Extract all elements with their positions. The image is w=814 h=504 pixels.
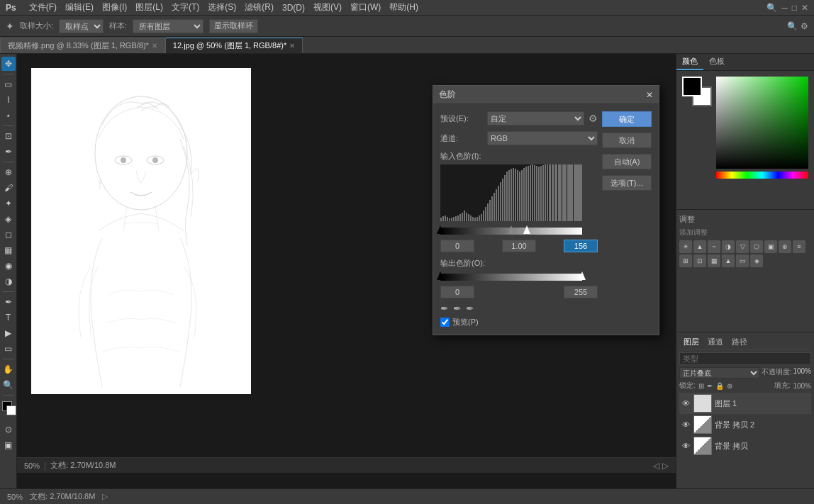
menu-edit[interactable]: 编辑(E): [65, 1, 94, 13]
adj-color-lookup[interactable]: ⊞: [679, 254, 692, 267]
layers-tab[interactable]: 图层: [679, 335, 703, 349]
menu-select[interactable]: 选择(S): [208, 1, 236, 13]
output-handle-black[interactable]: [437, 271, 444, 280]
preview-checkbox[interactable]: [440, 318, 450, 327]
adj-posterize[interactable]: ▦: [708, 254, 720, 267]
blend-mode-select[interactable]: 正片叠底: [679, 367, 760, 379]
input-white-value[interactable]: [564, 240, 598, 252]
adj-curves[interactable]: ~: [708, 240, 720, 253]
channel-select[interactable]: RGB: [487, 131, 598, 145]
menu-layer[interactable]: 图层(L): [135, 1, 163, 13]
tool-text[interactable]: T: [1, 310, 16, 325]
adj-vibrance[interactable]: ▽: [736, 240, 749, 253]
input-slider[interactable]: [440, 225, 582, 237]
tab-1-close[interactable]: ✕: [152, 42, 157, 50]
output-black-value[interactable]: [440, 286, 474, 298]
channels-tab[interactable]: 通道: [703, 335, 727, 349]
input-mid-value[interactable]: [502, 240, 536, 252]
eyedropper-black-btn[interactable]: ✒: [440, 303, 449, 314]
menu-image[interactable]: 图像(I): [102, 1, 127, 13]
layer-search-input[interactable]: [679, 352, 811, 365]
layer-1-visibility[interactable]: 👁: [681, 398, 691, 408]
layer-row-1[interactable]: 👁 图层 1: [679, 393, 811, 414]
tool-clone[interactable]: ✦: [1, 196, 16, 211]
tool-marquee[interactable]: ▭: [1, 77, 16, 91]
menu-filter[interactable]: 滤镜(R): [245, 1, 274, 13]
show-path-btn[interactable]: 显示取样环: [209, 19, 258, 33]
output-handle-white[interactable]: [579, 271, 586, 280]
adj-color-balance[interactable]: ▣: [764, 240, 777, 253]
menu-window[interactable]: 窗口(W): [350, 1, 381, 13]
input-handle-white[interactable]: [523, 225, 530, 234]
tool-heal[interactable]: ⊕: [1, 165, 16, 179]
lock-position-icon[interactable]: ✒: [707, 382, 713, 390]
adj-photo-filter[interactable]: ⊕: [779, 240, 791, 253]
tool-quick-mask[interactable]: ⊙: [1, 422, 16, 437]
swatches-tab[interactable]: 色板: [703, 54, 730, 70]
tool-eyedropper[interactable]: ✒: [1, 145, 16, 159]
window-close-icon[interactable]: ✕: [801, 3, 808, 13]
window-search-icon[interactable]: 🔍: [766, 3, 777, 13]
tool-history[interactable]: ◈: [1, 212, 16, 226]
menu-help[interactable]: 帮助(H): [389, 1, 418, 13]
adj-gradient-map[interactable]: ▭: [736, 254, 749, 267]
settings-icon[interactable]: ⚙: [801, 21, 808, 31]
tool-gradient[interactable]: ▦: [1, 243, 16, 257]
tab-1[interactable]: 视频精修.png @ 8.33% (图层 1, RGB/8)* ✕: [0, 38, 165, 53]
tab-2-close[interactable]: ✕: [289, 42, 295, 50]
tool-wand[interactable]: ⋆: [1, 108, 16, 123]
tool-blur[interactable]: ◉: [1, 259, 16, 273]
adj-levels[interactable]: ▲: [693, 240, 706, 253]
color-tab[interactable]: 颜色: [676, 54, 703, 70]
nav-right-icon[interactable]: ▷: [662, 461, 669, 471]
sample-select[interactable]: 所有图层: [133, 19, 203, 33]
nav-left-icon[interactable]: ◁: [653, 461, 659, 471]
cancel-button[interactable]: 取消: [602, 133, 652, 148]
window-minimize-icon[interactable]: ─: [781, 3, 788, 13]
options-button[interactable]: 选项(T)...: [602, 175, 652, 191]
hue-slider[interactable]: [716, 172, 808, 179]
ok-button[interactable]: 确定: [602, 111, 652, 127]
tool-path-select[interactable]: ▶: [1, 326, 16, 340]
paths-tab[interactable]: 路径: [727, 335, 752, 349]
tool-crop[interactable]: ⊡: [1, 129, 16, 143]
layer-2-visibility[interactable]: 👁: [681, 420, 691, 430]
foreground-swatch[interactable]: [682, 77, 702, 96]
tool-lasso[interactable]: ⌇: [1, 93, 16, 107]
adj-exposure[interactable]: ◑: [722, 240, 735, 253]
tool-screen-mode[interactable]: ▣: [1, 438, 16, 452]
search-icon[interactable]: 🔍: [787, 21, 798, 31]
menu-view[interactable]: 视图(V): [313, 1, 342, 13]
size-select[interactable]: 取样点: [59, 19, 104, 33]
levels-close-button[interactable]: ✕: [646, 90, 653, 100]
tool-dodge[interactable]: ◑: [1, 274, 16, 289]
input-handle-black[interactable]: [437, 225, 444, 234]
lock-extra-icon[interactable]: ⊕: [727, 382, 732, 390]
menu-file[interactable]: 文件(F): [29, 1, 57, 13]
menu-text[interactable]: 文字(T): [172, 1, 199, 13]
window-maximize-icon[interactable]: □: [792, 3, 797, 13]
tab-2[interactable]: 12.jpg @ 50% (图层 1, RGB/8#)* ✕: [165, 38, 303, 53]
layer-row-2[interactable]: 👁 背景 拷贝 2: [679, 414, 811, 435]
layer-3-visibility[interactable]: 👁: [681, 441, 691, 451]
preset-select[interactable]: 自定: [487, 111, 584, 125]
color-spectrum[interactable]: [716, 77, 808, 169]
tool-zoom[interactable]: 🔍: [1, 378, 16, 392]
lock-all-icon[interactable]: 🔒: [715, 382, 724, 390]
tool-shape[interactable]: ▭: [1, 342, 16, 356]
menu-3d[interactable]: 3D(D): [282, 3, 305, 13]
eyedropper-white-btn[interactable]: ✒: [466, 303, 474, 314]
tool-hand[interactable]: ✋: [1, 362, 16, 376]
input-black-value[interactable]: [440, 240, 474, 252]
tool-brush[interactable]: 🖌: [1, 181, 16, 195]
adj-hue[interactable]: ⬡: [750, 240, 763, 253]
input-handle-mid[interactable]: [508, 225, 515, 234]
output-white-value[interactable]: [564, 286, 598, 298]
preset-gear-icon[interactable]: ⚙: [589, 113, 598, 124]
tool-pen[interactable]: ✒: [1, 295, 16, 309]
auto-button[interactable]: 自动(A): [602, 154, 652, 169]
eyedropper-gray-btn[interactable]: ✒: [453, 303, 462, 314]
adj-brightness[interactable]: ☀: [679, 240, 692, 253]
adj-channel-mixer[interactable]: ≡: [793, 240, 805, 253]
adj-selective-color[interactable]: ◈: [750, 254, 763, 267]
